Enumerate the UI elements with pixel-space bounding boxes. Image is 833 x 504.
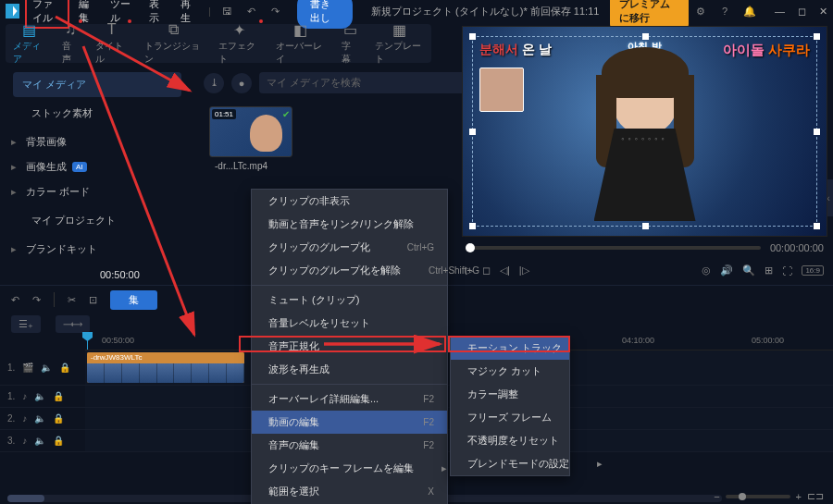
context-menu-item[interactable]: 音声の編集F2: [252, 434, 447, 457]
tab-icon: ✦: [233, 21, 245, 38]
sidebar-item[interactable]: ▸画像生成AI: [6, 154, 189, 179]
notification-icon[interactable]: 🔔: [743, 4, 756, 18]
grid-icon[interactable]: ⊞: [765, 264, 773, 277]
stop-icon[interactable]: ◻: [482, 264, 491, 277]
media-thumbnail[interactable]: 01:51 ✔: [209, 106, 292, 157]
context-menu-item[interactable]: 不透明度をリセット: [451, 429, 569, 452]
settings-icon[interactable]: ⚙: [696, 4, 707, 18]
undo-icon[interactable]: ↶: [246, 4, 257, 18]
tl-undo-icon[interactable]: ↶: [11, 294, 19, 306]
track-mute-icon[interactable]: 🔈: [34, 436, 45, 446]
track-mute-icon[interactable]: 🔈: [34, 413, 45, 424]
track-type-icon[interactable]: ♪: [22, 413, 27, 424]
magnet-icon[interactable]: ⟞⟼: [56, 315, 90, 333]
zoom-fit-icon[interactable]: ⊏⊐: [807, 490, 824, 502]
tab-5[interactable]: ◧オーバーレイ: [276, 21, 325, 66]
tl-redo-icon[interactable]: ↷: [32, 294, 41, 306]
menu-item-label: 音声の編集: [268, 438, 319, 452]
crop-icon[interactable]: ⊡: [89, 294, 97, 306]
context-menu-item[interactable]: クリップのグループ化を解除Ctrl+Shift+G: [252, 259, 447, 282]
timeline-zoom: − + ⊏⊐: [714, 490, 824, 502]
track-number: 2.: [7, 413, 15, 424]
tab-7[interactable]: ▦テンプレート: [375, 21, 424, 66]
track-type-icon[interactable]: ♪: [22, 436, 27, 446]
cut-icon[interactable]: ✂: [68, 294, 76, 306]
track-lock-icon[interactable]: 🔒: [53, 391, 64, 401]
context-menu-item[interactable]: クリップのキー フレームを編集▸: [252, 457, 447, 480]
context-menu-item[interactable]: 動画の編集F2: [252, 411, 447, 434]
context-menu-item[interactable]: マジック カット: [451, 360, 569, 383]
context-menu-item[interactable]: 範囲を選択X: [252, 480, 447, 503]
sidebar-stock[interactable]: ストック素材: [13, 101, 181, 126]
preview-seek-slider[interactable]: [466, 246, 761, 250]
context-menu-item[interactable]: 動画と音声をリンク/リンク解除: [252, 213, 447, 236]
zoom-slider[interactable]: [726, 495, 790, 498]
next-frame-icon[interactable]: |▷: [519, 264, 529, 277]
redo-icon[interactable]: ↷: [269, 4, 280, 18]
context-menu-item[interactable]: クリップのグループ化Ctrl+G: [252, 236, 447, 259]
ai-badge: AI: [72, 162, 87, 172]
track-lock-icon[interactable]: 🔒: [53, 413, 64, 424]
sidebar-item[interactable]: ▸背景画像: [6, 129, 189, 154]
zoom-out-icon[interactable]: −: [714, 491, 719, 502]
context-menu-item[interactable]: 音声正規化: [252, 335, 447, 358]
timeline-clip[interactable]: -drwJW83WLTc: [87, 352, 244, 383]
sidebar-my-media[interactable]: マイ メディア: [13, 72, 181, 97]
track-lock-icon[interactable]: 🔒: [53, 436, 64, 446]
snapshot-icon[interactable]: ◎: [702, 264, 711, 277]
ruler-tick: 04:10:00: [622, 336, 654, 345]
close-icon[interactable]: ✕: [819, 6, 827, 18]
tab-4[interactable]: ✦エフェクト: [218, 21, 259, 66]
context-menu-item[interactable]: 音量レベルをリセット: [252, 312, 447, 335]
track-add-button[interactable]: ☰₊: [11, 315, 41, 333]
track-type-icon[interactable]: 🎬: [22, 363, 33, 373]
menu-item-label: オーバーレイ詳細編集...: [268, 392, 379, 406]
preview-viewport[interactable]: 분해서 온 날 아침 방 아이돌 사쿠라: [462, 26, 827, 237]
context-submenu-video-edit: モーション トラックマジック カットカラー調整フリーズ フレーム不透明度をリセッ…: [450, 336, 570, 476]
timeline-edit-button[interactable]: 集: [110, 290, 157, 310]
context-menu-item[interactable]: ミュート (クリップ): [252, 289, 447, 312]
tab-2[interactable]: Tタイトル: [95, 21, 128, 66]
track-number: 1.: [7, 391, 15, 401]
track-mute-icon[interactable]: 🔈: [41, 363, 52, 373]
menu-item-label: クリップの非表示: [268, 194, 350, 208]
sidebar-my-projects[interactable]: マイ プロジェクト: [13, 208, 181, 233]
playhead[interactable]: [87, 334, 88, 350]
record-icon[interactable]: ●: [231, 73, 252, 93]
context-menu-item[interactable]: モーション トラック: [451, 337, 569, 360]
track-lock-icon[interactable]: 🔒: [59, 363, 70, 373]
context-menu-item[interactable]: ブレンドモードの設定▸: [451, 452, 569, 475]
context-menu-item[interactable]: フリーズ フレーム: [451, 406, 569, 429]
minimize-icon[interactable]: ―: [775, 6, 785, 18]
context-menu-item[interactable]: クリップの非表示: [252, 190, 447, 213]
help-icon[interactable]: ?: [719, 4, 730, 18]
preview-timecode: 00:00:00:00: [770, 242, 824, 253]
tab-icon: T: [107, 21, 117, 38]
thumbnail-duration: 01:51: [212, 109, 236, 119]
context-menu-item[interactable]: オーバーレイ詳細編集...F2: [252, 387, 447, 411]
premium-button[interactable]: プレミアムに移行: [610, 0, 688, 28]
media-tabs: ▤メディア♫音声Tタイトル⧉トランジション✦エフェクト◧オーバーレイ▭字幕▦テン…: [6, 24, 431, 63]
save-icon[interactable]: 🖫: [222, 4, 233, 18]
track-mute-icon[interactable]: 🔈: [34, 391, 45, 401]
pv-search-icon[interactable]: 🔍: [742, 264, 755, 277]
context-menu-item[interactable]: カラー調整: [451, 383, 569, 406]
preview-panel: 분해서 온 날 아침 방 아이돌 사쿠라 00:00:00:00 ▷ ◻ ◁| …: [462, 26, 827, 282]
tab-0[interactable]: ▤メディア: [13, 21, 45, 66]
tab-3[interactable]: ⧉トランジション: [144, 21, 202, 66]
maximize-icon[interactable]: ◻: [798, 6, 806, 18]
context-menu-item[interactable]: 波形を再生成: [252, 358, 447, 381]
prev-frame-icon[interactable]: ◁|: [500, 264, 510, 277]
submenu-arrow-icon: ▸: [441, 462, 447, 474]
fullscreen-icon[interactable]: ⛶: [782, 265, 792, 277]
zoom-in-icon[interactable]: +: [796, 491, 802, 502]
import-icon[interactable]: ⤓: [204, 73, 224, 93]
aspect-ratio[interactable]: 16:9: [802, 265, 824, 276]
selection-frame[interactable]: [472, 36, 817, 227]
track-type-icon[interactable]: ♪: [22, 391, 27, 401]
sidebar-item[interactable]: ▸カラー ボード: [6, 179, 189, 204]
sidebar-brand-kit[interactable]: ▸ ブランドキット: [6, 237, 189, 262]
volume-icon[interactable]: 🔊: [720, 264, 733, 277]
tab-6[interactable]: ▭字幕: [342, 21, 358, 66]
tab-1[interactable]: ♫音声: [62, 21, 79, 66]
